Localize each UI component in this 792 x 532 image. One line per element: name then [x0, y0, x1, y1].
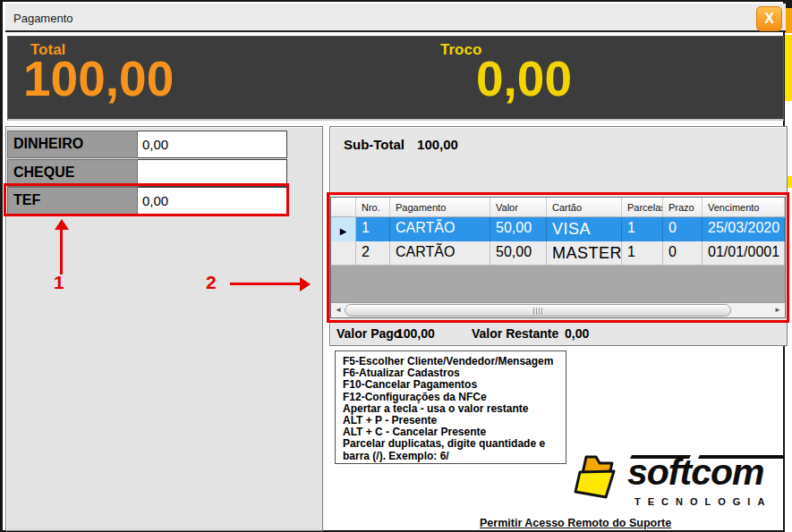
screen: Pagamento X Total 100,00 Troco 0,00 DINH… — [0, 0, 792, 532]
annotation-arrow-2-line — [230, 283, 302, 285]
dinheiro-input[interactable]: 0,00 — [138, 131, 287, 158]
total-value: 100,00 — [23, 52, 174, 106]
background-artifact — [785, 35, 792, 101]
help-line: Parcelar duplicatas, digite quantidade e — [343, 438, 562, 450]
help-line: barra (/). Exemplo: 6/ — [343, 451, 562, 462]
annotation-arrow-right-icon — [300, 277, 311, 291]
payment-row-dinheiro: DINHEIRO 0,00 — [7, 131, 287, 158]
subtotal-line: Sub-Total100,00 — [344, 137, 458, 152]
dinheiro-label: DINHEIRO — [7, 131, 138, 158]
table-highlight-box — [327, 192, 789, 323]
title-bar: Pagamento — [5, 4, 786, 32]
annotation-arrow-1-line — [60, 228, 63, 274]
remote-support-link[interactable]: Permitir Acesso Remoto do Suporte — [480, 517, 671, 529]
valor-pago-value: 100,00 — [396, 326, 435, 341]
shortcuts-help-box: F5-Escolher Cliente/Vendedor/Mensagem F6… — [335, 350, 566, 464]
folder-icon — [572, 449, 629, 508]
troco-value: 0,00 — [476, 52, 572, 106]
background-artifact — [785, 8, 792, 33]
background-artifact — [785, 0, 792, 8]
tef-highlight-box — [4, 183, 289, 216]
payment-dialog: Pagamento X Total 100,00 Troco 0,00 DINH… — [0, 0, 785, 532]
annotation-number-1: 1 — [54, 272, 64, 293]
logo-wordmark: softcom — [627, 454, 763, 491]
close-button[interactable]: X — [756, 6, 782, 31]
subtotal-label: Sub-Total — [344, 137, 405, 152]
valor-pago-label: Valor Pago — [336, 326, 401, 341]
valor-restante-label: Valor Restante — [472, 326, 558, 341]
softcom-logo: softcom TECNOLOGIA — [572, 445, 788, 513]
logo-tagline: TECNOLOGIA — [634, 496, 771, 507]
window-title: Pagamento — [13, 12, 73, 25]
annotation-number-2: 2 — [206, 272, 217, 293]
subtotal-value: 100,00 — [417, 137, 458, 152]
totals-line: Valor Pago 100,00 Valor Restante 0,00 — [330, 324, 786, 344]
valor-restante-value: 0,00 — [565, 326, 589, 341]
totals-header: Total 100,00 Troco 0,00 — [7, 36, 784, 121]
help-line: F10-Cancelar Pagamentos — [343, 379, 562, 391]
help-line: F12-Configurações da NFCe — [343, 392, 562, 403]
